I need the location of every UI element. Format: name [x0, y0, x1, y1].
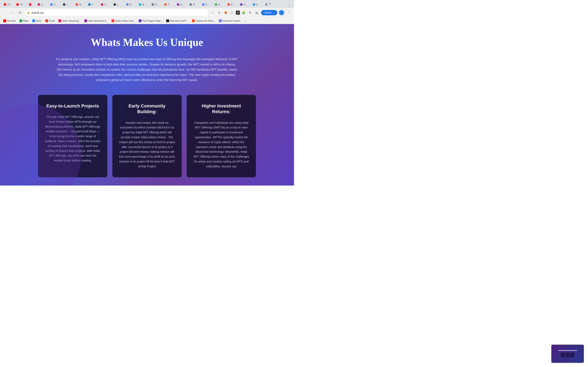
tab-l2[interactable]: L: [112, 1, 124, 8]
card-investment: Higher Investment Returns: Companies and…: [187, 95, 256, 177]
tab-youtube-2[interactable]: YT: [14, 1, 26, 8]
bookmark-label-video1: Video Streaming...: [62, 20, 80, 22]
bookmark-action-verbs[interactable]: Action Verbs | Har...: [110, 18, 137, 23]
share-button[interactable]: ⬆: [216, 10, 222, 16]
bookmark-label-nft: Welcome to NFT...: [170, 20, 188, 22]
tab-m[interactable]: M: [73, 1, 86, 8]
tab-strip-expand[interactable]: ⋮: [288, 4, 291, 8]
tab-favicon: [88, 3, 91, 6]
profile-avatar[interactable]: 👤: [279, 10, 284, 15]
tab-label: M: [79, 3, 84, 6]
tab-favicon: [177, 3, 179, 6]
bookmark-favicon-news: [32, 19, 35, 22]
sidebar-toggle[interactable]: ▤: [254, 10, 259, 16]
tab-favicon: [164, 3, 167, 6]
tab-a3[interactable]: A: [263, 1, 267, 8]
bookmark-maps[interactable]: Maps: [18, 18, 30, 23]
tab-label: A: [143, 3, 147, 6]
tab-e4[interactable]: E: [225, 1, 238, 8]
toolbar-icons: ☆ ⬆ 🦊 🛡 N 🧩 ⬇ ▤: [210, 10, 259, 16]
forward-button[interactable]: →: [10, 10, 16, 16]
reload-button[interactable]: ↻: [17, 10, 23, 16]
tab-favicon: [139, 3, 141, 6]
bookmark-video1[interactable]: Video Streaming...: [57, 18, 82, 23]
tab-favicon: [113, 3, 116, 6]
card-body-1: Through Initial NFT Offerings, anyone ca…: [44, 115, 101, 163]
page-description: For projects and creators, Initial NFT O…: [55, 57, 239, 83]
tab-favicon: [63, 3, 65, 6]
tab-label: C: [104, 3, 109, 6]
new-tab-button[interactable]: +: [267, 1, 273, 7]
tab-favicon: [50, 3, 53, 6]
tab-favicon: [38, 3, 40, 6]
url-bar[interactable]: 🔒 kicknft.xyz: [25, 9, 208, 16]
tab-v[interactable]: V: [238, 1, 250, 8]
tab-favicon: [215, 3, 217, 6]
tab-favicon: [4, 3, 6, 6]
extension-notion[interactable]: N: [236, 11, 240, 15]
extension-download[interactable]: ⬇: [247, 10, 253, 16]
tab-favicon: [76, 3, 78, 6]
bookmark-favicon-developer: [219, 19, 222, 22]
tab-youtube-1[interactable]: YT: [2, 1, 14, 8]
tab-e3[interactable]: E: [213, 1, 225, 8]
bookmark-news[interactable]: News: [31, 18, 43, 23]
bookmark-youtube[interactable]: YouTube: [2, 18, 17, 23]
tab-a[interactable]: A: [137, 1, 149, 8]
tab-3[interactable]: [27, 1, 35, 8]
bookmark-label-video2: video streaming w...: [88, 20, 108, 22]
tab-e5[interactable]: E: [251, 1, 263, 8]
bookmark-label-news: News: [36, 20, 42, 22]
tab-p[interactable]: p: [35, 1, 48, 8]
bookmark-label-developer: Developer learnin...: [223, 20, 242, 22]
tab-li[interactable]: li: [86, 1, 98, 8]
bookmark-star-button[interactable]: ☆: [210, 10, 215, 16]
bookmark-developer[interactable]: Developer learnin...: [217, 18, 243, 23]
tab-a2[interactable]: A: [175, 1, 187, 8]
url-text: kicknft.xyz: [32, 11, 206, 14]
bookmark-capture[interactable]: Capture the Ether...: [190, 18, 217, 23]
tab-c[interactable]: C: [48, 1, 61, 8]
tab-label: YT: [7, 3, 12, 6]
bookmark-video2[interactable]: video streaming w...: [83, 18, 109, 23]
tab-label: V: [244, 3, 248, 6]
tab-t[interactable]: T: [162, 1, 174, 8]
bookmark-nft[interactable]: Welcome to NFT...: [164, 18, 190, 23]
bookmark-label-capture: Capture the Ether...: [196, 20, 215, 22]
bookmark-polygon[interactable]: Top Polygon Dapp...: [137, 18, 164, 23]
update-label: Update: [264, 11, 272, 14]
tab-l[interactable]: L: [61, 1, 73, 8]
page-title: Whats Makes Us Unique: [4, 36, 290, 48]
bookmark-favicon-youtube: [3, 19, 6, 22]
tab-favicon: [202, 3, 205, 6]
tab-label: YT: [20, 3, 25, 6]
tab-label: E: [130, 3, 134, 6]
page-content: Whats Makes Us Unique For projects and c…: [0, 24, 294, 185]
extension-fox[interactable]: 🦊: [223, 10, 228, 16]
tab-favicon: [253, 3, 255, 6]
tab-favicon: [265, 3, 267, 6]
tab-h[interactable]: H: [149, 1, 162, 8]
bookmark-favicon-video1: [58, 19, 61, 22]
chrome-menu-button[interactable]: ⋮: [286, 10, 292, 16]
card-body-3: Companies and individuals are using Init…: [193, 120, 250, 169]
card-title-1: Easy-to-Launch Projects: [44, 103, 101, 109]
tab-h2[interactable]: H: [187, 1, 200, 8]
bookmark-gmail[interactable]: Gmail: [44, 18, 57, 23]
extension-shield[interactable]: 🛡: [229, 10, 235, 16]
tab-label: C: [54, 3, 58, 6]
tab-label: L: [117, 3, 122, 6]
tab-favicon: [126, 3, 129, 6]
card-title-3: Higher Investment Returns:: [193, 103, 250, 115]
extension-puzzle[interactable]: 🧩: [241, 10, 246, 16]
tab-c2[interactable]: C: [99, 1, 111, 8]
bookmark-favicon-action: [112, 19, 114, 22]
tab-e2[interactable]: E: [200, 1, 212, 8]
back-button[interactable]: ←: [2, 10, 8, 16]
update-button[interactable]: Update ⋮: [261, 10, 277, 15]
tab-e1[interactable]: E: [124, 1, 136, 8]
more-bookmarks-button[interactable]: »: [244, 19, 248, 23]
tab-label: H: [193, 3, 198, 6]
tab-label: E: [218, 3, 223, 6]
tab-label: E: [206, 3, 210, 6]
